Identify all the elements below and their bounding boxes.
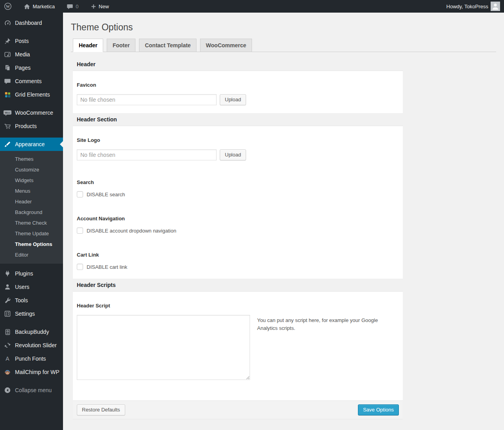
sidebar-item-label: Appearance (15, 141, 45, 147)
submenu-item-widgets[interactable]: Widgets (0, 175, 63, 186)
pages-icon (3, 64, 12, 72)
comments-menu[interactable]: 0 (63, 0, 82, 13)
collapse-menu-button[interactable]: Collapse menu (0, 383, 63, 397)
sidebar-item-tools[interactable]: Tools (0, 294, 63, 307)
page-title: Theme Options (71, 22, 496, 33)
site-name-label: Marketica (33, 4, 55, 9)
comments-icon (3, 77, 12, 85)
sidebar-item-label: Tools (15, 297, 28, 303)
cart-link-label: Cart Link (77, 241, 399, 258)
favicon-file-input[interactable] (77, 94, 217, 105)
sidebar-item-label: BackupBuddy (15, 329, 49, 335)
sidebar-item-dashboard[interactable]: Dashboard (0, 16, 63, 30)
disable-cart-link-label: DISABLE cart link (87, 264, 127, 270)
sidebar-item-label: Users (15, 284, 30, 290)
sidebar-item-label: Pages (15, 65, 31, 71)
favicon-label: Favicon (77, 71, 399, 88)
plus-icon (91, 4, 96, 9)
submenu-item-customize[interactable]: Customize (0, 164, 63, 175)
collapse-menu-label: Collapse menu (15, 387, 52, 393)
save-options-button[interactable]: Save Options (358, 404, 399, 415)
avatar (491, 2, 500, 11)
disable-cart-link-checkbox[interactable] (77, 264, 83, 270)
home-icon (24, 3, 30, 10)
media-icon (3, 50, 12, 58)
wordpress-logo-menu[interactable]: W (0, 0, 16, 13)
sidebar-item-comments[interactable]: Comments (0, 74, 63, 88)
restore-defaults-button[interactable]: Restore Defaults (77, 404, 125, 415)
comment-count: 0 (76, 4, 78, 9)
site-name-menu[interactable]: Marketica (20, 0, 59, 13)
theme-options-panel: Header Favicon Upload Header Section Sit… (73, 58, 403, 419)
backup-drive-icon (3, 328, 12, 336)
cart-icon (3, 122, 12, 130)
disable-search-checkbox[interactable] (77, 191, 83, 197)
submenu-item-theme-update[interactable]: Theme Update (0, 228, 63, 239)
sidebar-item-pages[interactable]: Pages (0, 61, 63, 74)
sidebar-item-revolution-slider[interactable]: Revolution Slider (0, 339, 63, 352)
site-logo-label: Site Logo (77, 126, 399, 143)
submenu-item-menus[interactable]: Menus (0, 186, 63, 196)
admin-bar: W Marketica 0 New Howdy, TokoPress (0, 0, 504, 13)
wordpress-logo-icon: W (4, 2, 12, 10)
search-label: Search (77, 168, 399, 185)
main-content: Theme Options Header Footer Contact Temp… (63, 0, 504, 430)
sidebar-item-label: WooCommerce (15, 110, 53, 116)
mailchimp-monkey-icon (3, 368, 12, 376)
sidebar-item-posts[interactable]: Posts (0, 34, 63, 48)
tab-header[interactable]: Header (73, 39, 103, 52)
tab-footer[interactable]: Footer (107, 39, 136, 52)
wrench-icon (3, 296, 12, 304)
disable-account-nav-label: DISABLE account dropdown navigation (87, 228, 176, 234)
tab-contact-template[interactable]: Contact Template (139, 39, 196, 52)
letter-a-icon: A (3, 355, 12, 363)
sidebar-item-label: Products (15, 123, 37, 129)
panel-footer: Restore Defaults Save Options (73, 400, 403, 419)
sidebar-item-label: Dashboard (15, 20, 42, 26)
sidebar-item-label: Settings (15, 311, 35, 317)
submenu-item-header[interactable]: Header (0, 196, 63, 207)
section-header-section: Header Section (73, 113, 403, 126)
sidebar-item-appearance[interactable]: Appearance (0, 138, 63, 151)
sidebar-item-backupbuddy[interactable]: BackupBuddy (0, 325, 63, 339)
sidebar-item-label: MailChimp for WP (15, 369, 59, 375)
rotate-arrows-icon (3, 341, 12, 349)
submenu-item-editor[interactable]: Editor (0, 249, 63, 260)
site-logo-file-input[interactable] (77, 149, 217, 160)
sidebar-item-punch-fonts[interactable]: A Punch Fonts (0, 352, 63, 365)
submenu-item-theme-check[interactable]: Theme Check (0, 218, 63, 228)
my-account-menu[interactable]: Howdy, TokoPress (443, 0, 504, 13)
appearance-submenu: Themes Customize Widgets Menus Header Ba… (0, 151, 63, 264)
sidebar-item-label: Posts (15, 38, 29, 44)
new-content-menu[interactable]: New (87, 0, 113, 13)
sidebar-item-media[interactable]: Media (0, 48, 63, 61)
sidebar-item-plugins[interactable]: Plugins (0, 267, 63, 280)
header-script-textarea[interactable] (77, 315, 250, 380)
site-logo-upload-button[interactable]: Upload (220, 149, 246, 160)
submenu-item-themes[interactable]: Themes (0, 154, 63, 164)
favicon-upload-button[interactable]: Upload (220, 94, 246, 105)
sidebar-item-woocommerce[interactable]: Woo WooCommerce (0, 106, 63, 119)
user-icon (3, 283, 12, 291)
sidebar-item-mailchimp[interactable]: MailChimp for WP (0, 365, 63, 379)
tab-woocommerce[interactable]: WooCommerce (200, 39, 252, 52)
sidebar-item-label: Punch Fonts (15, 356, 46, 362)
settings-icon (3, 310, 12, 318)
sidebar-item-users[interactable]: Users (0, 280, 63, 294)
section-header-scripts: Header Scripts (73, 279, 403, 292)
comment-bubble-icon (67, 3, 73, 10)
dashboard-icon (3, 19, 12, 27)
sidebar-item-grid-elements[interactable]: Grid Elements (0, 88, 63, 101)
howdy-label: Howdy, TokoPress (447, 4, 488, 9)
header-script-label: Header Script (77, 292, 399, 309)
submenu-item-theme-options[interactable]: Theme Options (0, 239, 63, 249)
submenu-item-background[interactable]: Background (0, 207, 63, 218)
sidebar-item-products[interactable]: Products (0, 119, 63, 133)
tab-bar: Header Footer Contact Template WooCommer… (71, 39, 496, 52)
sidebar-item-label: Grid Elements (15, 91, 50, 98)
pin-icon (3, 37, 12, 45)
disable-account-nav-checkbox[interactable] (77, 227, 83, 234)
woocommerce-icon: Woo (3, 109, 12, 117)
svg-text:Woo: Woo (5, 111, 10, 114)
sidebar-item-settings[interactable]: Settings (0, 307, 63, 320)
